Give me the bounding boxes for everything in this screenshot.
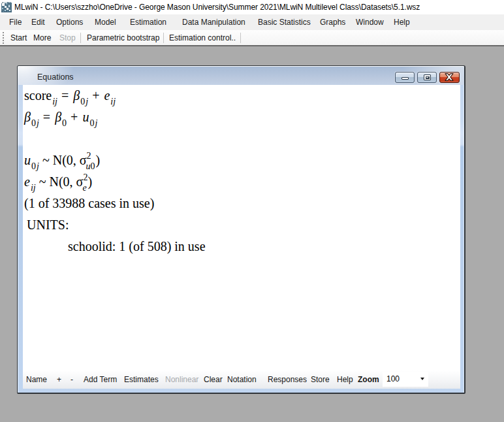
menu-model[interactable]: Model [95,14,116,30]
equation-token: ij [110,97,116,106]
equation-token: β [24,110,31,124]
equation-token: j [37,118,39,128]
minimize-button[interactable] [395,72,415,83]
plus-button[interactable]: + [57,370,61,389]
equation-subscript: u0 [86,162,95,171]
equation-subscript: e [82,184,86,193]
equation-status-cases: (1 of 33988 cases in use) [24,193,460,214]
help-button[interactable]: Help [337,370,353,389]
clear-button[interactable]: Clear [204,370,223,389]
equation-token: j [95,118,97,128]
equation-token: ij [52,97,57,106]
equations-content[interactable]: scoreij = β0j + eij β0j = β0 + u0j u0j ~… [23,85,460,370]
equation-superscript: 2 [83,173,87,182]
zoom-combobox[interactable]: 100 [383,372,428,387]
caption-buttons [392,72,460,83]
icon-shape [7,10,8,12]
menu-file[interactable]: File [9,14,22,30]
estimation-control-button[interactable]: Estimation control.. [169,30,236,46]
zoom-label: Zoom [358,370,379,389]
equation-token: (1 of 33988 cases in use) [24,196,154,210]
equation-token: 0 [80,97,85,106]
equation-token: ~ N(0, [36,174,76,189]
equations-bottom-toolbar: Name + - Add Term Estimates Nonlinear Cl… [23,370,460,389]
menu-options[interactable]: Options [56,14,83,30]
equation-token: score [24,88,52,103]
icon-shape [2,8,3,9]
more-button[interactable]: More [33,30,51,46]
estimates-button[interactable]: Estimates [124,370,159,389]
equations-body: scoreij = β0j + eij β0j = β0 + u0j u0j ~… [23,85,460,389]
icon-shape [5,6,7,8]
equation-status-school: schoolid: 1 (of 508) in use [24,236,460,257]
restore-icon [424,74,431,80]
equation-token: + [88,88,104,103]
equation-token: u [86,161,91,171]
menu-basic-statistics[interactable]: Basic Statistics [258,14,311,30]
equation-line[interactable]: β0j = β0 + u0j [24,106,460,128]
app-title: MLwiN - C:\Users\szzho\OneDrive - George… [14,0,420,14]
menu-data-manipulation[interactable]: Data Manipulation [182,14,245,30]
icon-shape [3,11,4,12]
nonlinear-button: Nonlinear [165,370,198,389]
equation-supsub-stack: 2e [83,186,87,186]
add-term-button[interactable]: Add Term [84,370,117,389]
restore-button[interactable] [417,72,437,83]
icon-shape [8,5,10,5]
icon-shape [1,2,2,3]
equation-token: schoolid: 1 (of 508) in use [68,239,206,253]
mlwin-app-icon [1,2,12,12]
zoom-dropdown-arrow-icon[interactable] [420,378,424,380]
equations-window: Equations scoreij = β0j + eij β0j = β0 +… [17,65,465,394]
equation-line[interactable]: u0j ~ N(0, σ2u0) [24,150,460,171]
toolbar-separator [80,33,81,43]
parametric-bootstrap-button[interactable]: Parametric bootstrap [87,30,159,46]
toolbar-grip-handle[interactable] [3,32,4,44]
minus-button[interactable]: - [71,370,73,389]
menu-bar: File Edit Options Model Estimation Data … [0,14,504,30]
equation-line[interactable] [24,128,460,150]
name-button[interactable]: Name [26,370,47,389]
icon-shape [445,74,453,81]
zoom-value: 100 [386,372,400,387]
equation-token: e [104,88,110,103]
icon-shape [3,2,7,3]
equation-token: = [39,110,55,124]
stop-button: Stop [59,30,76,46]
icon-shape [9,2,10,3]
equations-window-title: Equations [37,68,74,87]
equation-token: β [73,88,80,103]
equation-token: + [67,110,82,124]
menu-window[interactable]: Window [356,14,384,30]
start-button[interactable]: Start [10,30,27,46]
menu-estimation[interactable]: Estimation [130,14,166,30]
icon-shape [8,5,10,7]
responses-button[interactable]: Responses [268,370,307,389]
icon-shape [10,2,12,3]
equation-token: j [86,97,88,106]
equation-token: 0 [91,161,95,171]
equation-token: β [55,110,61,124]
equation-line[interactable]: eij ~ N(0, σ2e) [24,171,460,193]
icon-shape [8,2,9,3]
equation-token: u [82,110,89,124]
equation-token: u [24,153,31,167]
notation-button[interactable]: Notation [227,370,257,389]
equation-supsub-stack: 2u0 [87,164,96,165]
equation-token: 0 [62,118,67,128]
equation-line[interactable]: scoreij = β0j + eij [24,85,460,106]
equations-titlebar[interactable]: Equations [18,66,464,85]
icon-shape [2,3,5,6]
icon-shape [7,3,7,5]
menu-graphs[interactable]: Graphs [320,14,345,30]
equation-token: 0 [31,118,36,128]
store-button[interactable]: Store [311,370,330,389]
minimize-icon [402,77,409,80]
close-button[interactable] [439,72,460,83]
equation-token: 0 [89,118,94,128]
menu-help[interactable]: Help [394,14,410,30]
app-titlebar: MLwiN - C:\Users\szzho\OneDrive - George… [0,0,504,14]
equation-token: UNITS: [27,218,69,232]
menu-edit[interactable]: Edit [31,14,45,30]
equation-token: ) [96,153,101,167]
